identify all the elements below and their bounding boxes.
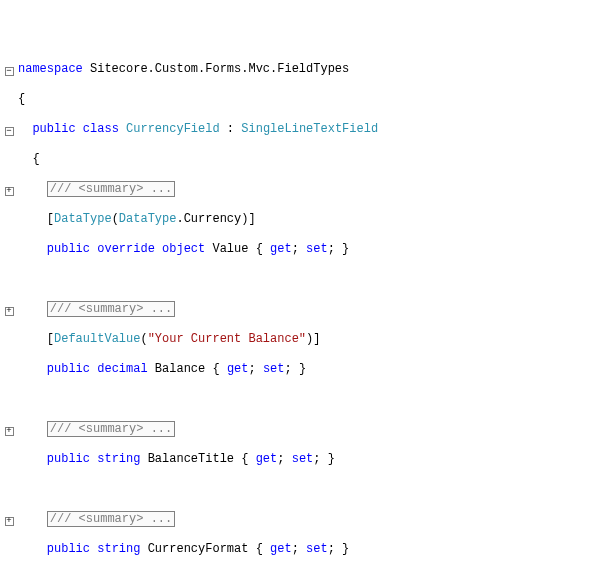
summary-collapsed[interactable]: /// <summary> ... [47, 511, 175, 527]
kw-namespace: namespace [18, 62, 83, 76]
attr-defaultvalue: DefaultValue [54, 332, 140, 346]
attr-bracket: [ [47, 212, 54, 226]
default-value-string: "Your Current Balance" [148, 332, 306, 346]
base-class: SingleLineTextField [241, 122, 378, 136]
fold-namespace[interactable]: − [5, 67, 14, 76]
attr-datatype: DataType [54, 212, 112, 226]
prop-balance: Balance { [148, 362, 227, 376]
prop-value: Value { [205, 242, 270, 256]
colon: : [220, 122, 242, 136]
prop-currency-format: CurrencyFormat { [140, 542, 270, 556]
fold-summary[interactable]: + [5, 517, 14, 526]
fold-summary[interactable]: + [5, 307, 14, 316]
summary-collapsed[interactable]: /// <summary> ... [47, 301, 175, 317]
fold-summary[interactable]: + [5, 187, 14, 196]
class-name: CurrencyField [126, 122, 220, 136]
brace-open: { [32, 152, 39, 166]
fold-summary[interactable]: + [5, 427, 14, 436]
summary-collapsed[interactable]: /// <summary> ... [47, 181, 175, 197]
brace-open: { [18, 92, 25, 106]
fold-class[interactable]: − [5, 127, 14, 136]
prop-balance-title: BalanceTitle { [140, 452, 255, 466]
namespace-name: Sitecore.Custom.Forms.Mvc.FieldTypes [83, 62, 349, 76]
summary-collapsed[interactable]: /// <summary> ... [47, 421, 175, 437]
kw-class: class [83, 122, 119, 136]
kw-public: public [32, 122, 75, 136]
